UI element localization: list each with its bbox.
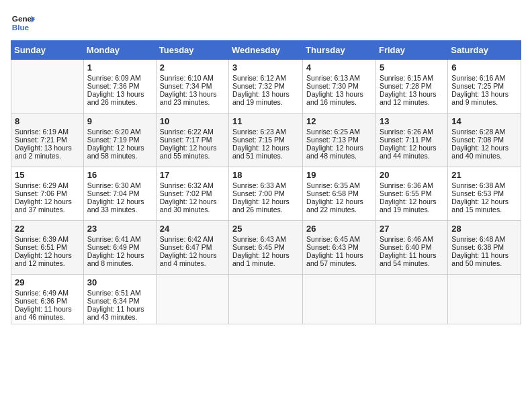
cell-info: Sunset: 7:30 PM: [306, 82, 372, 90]
cell-info: Sunrise: 6:36 AM: [380, 181, 444, 189]
cell-info: Sunset: 6:34 PM: [87, 297, 152, 305]
cell-info: Sunset: 7:19 PM: [87, 136, 152, 144]
cell-info: Sunrise: 6:41 AM: [87, 235, 152, 243]
weekday-header: Sunday: [11, 41, 84, 60]
day-number: 26: [306, 224, 372, 234]
cell-info: Sunset: 6:43 PM: [306, 243, 372, 251]
calendar-cell: 26Sunrise: 6:45 AMSunset: 6:43 PMDayligh…: [303, 221, 376, 275]
cell-info: and 58 minutes.: [87, 152, 152, 160]
calendar-cell: 11Sunrise: 6:23 AMSunset: 7:15 PMDayligh…: [229, 113, 303, 167]
day-number: 27: [380, 224, 444, 234]
day-number: 28: [451, 224, 517, 234]
day-number: 8: [15, 116, 80, 126]
cell-info: Sunset: 7:02 PM: [160, 189, 225, 197]
calendar-cell: 21Sunrise: 6:38 AMSunset: 6:53 PMDayligh…: [448, 167, 521, 221]
cell-info: and 2 minutes.: [15, 152, 80, 160]
cell-info: Daylight: 13 hours: [232, 90, 299, 98]
cell-info: Sunset: 6:38 PM: [451, 243, 517, 251]
cell-info: Daylight: 13 hours: [306, 90, 372, 98]
cell-info: and 50 minutes.: [451, 259, 517, 267]
cell-info: Daylight: 12 hours: [380, 197, 444, 205]
calendar-cell: 6Sunrise: 6:16 AMSunset: 7:25 PMDaylight…: [448, 60, 521, 113]
cell-info: and 12 minutes.: [380, 98, 444, 106]
weekday-header: Saturday: [448, 41, 521, 60]
weekday-header: Monday: [83, 41, 156, 60]
cell-info: Sunrise: 6:39 AM: [15, 235, 80, 243]
cell-info: Sunset: 7:28 PM: [380, 82, 444, 90]
calendar-cell: 29Sunrise: 6:49 AMSunset: 6:36 PMDayligh…: [11, 275, 84, 324]
cell-info: and 37 minutes.: [15, 205, 80, 214]
cell-info: and 8 minutes.: [87, 259, 152, 267]
cell-info: Daylight: 13 hours: [380, 90, 444, 98]
cell-info: Daylight: 11 hours: [380, 251, 444, 259]
empty-cell: [156, 275, 228, 324]
cell-info: and 55 minutes.: [160, 152, 225, 160]
cell-info: Sunrise: 6:38 AM: [451, 181, 517, 189]
weekday-header: Thursday: [303, 41, 376, 60]
cell-info: Sunset: 6:47 PM: [160, 243, 225, 251]
cell-info: Sunrise: 6:12 AM: [232, 74, 299, 82]
cell-info: Sunrise: 6:35 AM: [306, 181, 372, 189]
day-number: 19: [306, 170, 372, 180]
cell-info: Sunrise: 6:32 AM: [160, 181, 225, 189]
cell-info: Sunset: 7:34 PM: [160, 82, 225, 90]
cell-info: and 30 minutes.: [160, 205, 225, 214]
day-number: 2: [160, 62, 225, 73]
cell-info: Sunrise: 6:22 AM: [160, 128, 225, 136]
cell-info: Sunset: 7:36 PM: [87, 82, 152, 90]
cell-info: Daylight: 12 hours: [15, 197, 80, 205]
cell-info: Sunset: 6:40 PM: [380, 243, 444, 251]
day-number: 17: [160, 170, 225, 180]
cell-info: Sunset: 6:55 PM: [380, 189, 444, 197]
cell-info: and 23 minutes.: [160, 98, 225, 106]
cell-info: Sunrise: 6:28 AM: [451, 128, 517, 136]
cell-info: Daylight: 13 hours: [87, 90, 152, 98]
day-number: 6: [451, 62, 517, 73]
day-number: 18: [232, 170, 299, 180]
calendar-cell: 1Sunrise: 6:09 AMSunset: 7:36 PMDaylight…: [83, 60, 156, 113]
cell-info: Sunrise: 6:13 AM: [306, 74, 372, 82]
cell-info: Daylight: 12 hours: [87, 197, 152, 205]
cell-info: Daylight: 12 hours: [15, 251, 80, 259]
cell-info: Sunset: 6:53 PM: [451, 189, 517, 197]
cell-info: Daylight: 12 hours: [160, 144, 225, 152]
calendar-cell: 3Sunrise: 6:12 AMSunset: 7:32 PMDaylight…: [229, 60, 303, 113]
cell-info: Daylight: 11 hours: [306, 251, 372, 259]
calendar-cell: 15Sunrise: 6:29 AMSunset: 7:06 PMDayligh…: [11, 167, 84, 221]
day-number: 23: [87, 224, 152, 234]
cell-info: Sunset: 7:13 PM: [306, 136, 372, 144]
cell-info: and 26 minutes.: [87, 98, 152, 106]
cell-info: Sunset: 7:00 PM: [232, 189, 299, 197]
day-number: 9: [87, 116, 152, 126]
empty-cell: [11, 60, 84, 113]
calendar-cell: 12Sunrise: 6:25 AMSunset: 7:13 PMDayligh…: [303, 113, 376, 167]
day-number: 24: [160, 224, 225, 234]
calendar-cell: 5Sunrise: 6:15 AMSunset: 7:28 PMDaylight…: [375, 60, 447, 113]
cell-info: Sunset: 7:15 PM: [232, 136, 299, 144]
cell-info: and 4 minutes.: [160, 259, 225, 267]
empty-cell: [229, 275, 303, 324]
calendar-cell: 19Sunrise: 6:35 AMSunset: 6:58 PMDayligh…: [303, 167, 376, 221]
logo: General Blue: [11, 11, 35, 35]
cell-info: and 51 minutes.: [232, 152, 299, 160]
day-number: 22: [15, 224, 80, 234]
cell-info: Sunset: 7:11 PM: [380, 136, 444, 144]
calendar-cell: 17Sunrise: 6:32 AMSunset: 7:02 PMDayligh…: [156, 167, 228, 221]
cell-info: and 48 minutes.: [306, 152, 372, 160]
cell-info: Sunset: 7:08 PM: [451, 136, 517, 144]
cell-info: Daylight: 13 hours: [15, 144, 80, 152]
day-number: 14: [451, 116, 517, 126]
calendar-cell: 13Sunrise: 6:26 AMSunset: 7:11 PMDayligh…: [375, 113, 447, 167]
cell-info: and 46 minutes.: [15, 313, 80, 321]
cell-info: Sunrise: 6:10 AM: [160, 74, 225, 82]
cell-info: Sunrise: 6:19 AM: [15, 128, 80, 136]
calendar-table: SundayMondayTuesdayWednesdayThursdayFrid…: [11, 40, 521, 324]
day-number: 21: [451, 170, 517, 180]
cell-info: Sunset: 7:17 PM: [160, 136, 225, 144]
cell-info: Daylight: 13 hours: [160, 90, 225, 98]
day-number: 15: [15, 170, 80, 180]
cell-info: Daylight: 12 hours: [160, 197, 225, 205]
cell-info: and 16 minutes.: [306, 98, 372, 106]
cell-info: Daylight: 12 hours: [451, 197, 517, 205]
weekday-header: Tuesday: [156, 41, 228, 60]
